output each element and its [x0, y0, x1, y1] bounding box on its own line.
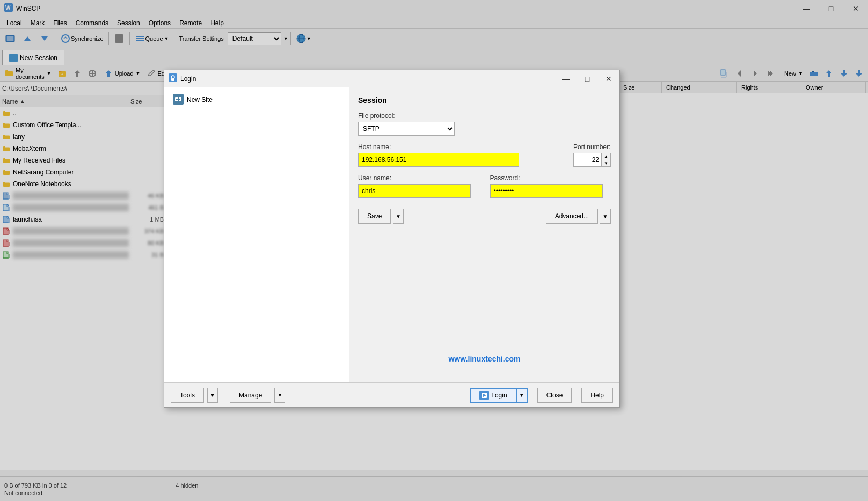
user-name-group: User name: — [358, 174, 479, 198]
file-protocol-select[interactable]: SFTP — [358, 122, 455, 136]
manage-button[interactable]: Manage — [230, 388, 271, 403]
login-icon — [479, 391, 489, 400]
dialog-title-bar: Login — □ ✕ — [164, 70, 619, 87]
host-name-input[interactable] — [358, 153, 519, 167]
file-protocol-row: File protocol: SFTP — [358, 112, 611, 136]
dialog-body: New Site Session File protocol: SFTP Hos… — [164, 87, 619, 382]
save-button[interactable]: Save — [358, 209, 391, 224]
manage-dropdown-btn[interactable]: ▼ — [274, 388, 285, 403]
dialog-title-text: Login — [180, 75, 196, 83]
dialog-close-btn[interactable]: ✕ — [598, 70, 619, 87]
advanced-dropdown-btn[interactable]: ▼ — [600, 209, 611, 224]
watermark: www.linuxtechi.com — [358, 344, 611, 374]
login-dropdown-btn[interactable]: ▼ — [517, 388, 528, 403]
password-label: Password: — [490, 174, 611, 182]
port-spinner: ▲ ▼ — [573, 153, 611, 167]
port-input[interactable] — [573, 153, 601, 167]
password-group: Password: — [490, 174, 611, 198]
host-name-group: Host name: — [358, 143, 563, 167]
dialog-title-icon — [169, 73, 177, 84]
tools-dropdown-btn[interactable]: ▼ — [207, 388, 218, 403]
port-spin-buttons: ▲ ▼ — [601, 153, 611, 167]
user-pass-row: User name: Password: — [358, 174, 611, 198]
port-spin-up[interactable]: ▲ — [602, 153, 610, 160]
login-dialog: Login — □ ✕ — [164, 70, 620, 408]
host-port-row: Host name: Port number: ▲ ▼ — [358, 143, 611, 167]
file-protocol-label: File protocol: — [358, 112, 611, 120]
tools-button[interactable]: Tools — [171, 388, 204, 403]
session-section-label: Session — [358, 96, 611, 105]
dialog-minimize-btn[interactable]: — — [555, 70, 577, 87]
dialog-right: Session File protocol: SFTP Host name: — [349, 87, 619, 382]
dialog-sidebar: New Site — [164, 87, 349, 382]
password-input[interactable] — [490, 184, 603, 198]
svg-rect-41 — [171, 79, 174, 81]
dialog-footer: Tools ▼ Manage ▼ Login ▼ Close — [164, 382, 619, 407]
port-label: Port number: — [573, 143, 611, 151]
host-name-label: Host name: — [358, 143, 563, 151]
user-name-label: User name: — [358, 174, 479, 182]
user-name-input[interactable] — [358, 184, 471, 198]
port-spin-down[interactable]: ▼ — [602, 160, 610, 167]
new-site-icon — [173, 94, 184, 106]
dialog-maximize-btn[interactable]: □ — [577, 70, 598, 87]
modal-overlay: Login — □ ✕ — [0, 0, 868, 501]
login-button[interactable]: Login — [470, 388, 516, 403]
port-group: Port number: ▲ ▼ — [573, 143, 611, 167]
login-group: Login ▼ — [470, 388, 527, 403]
dialog-title-controls: — □ ✕ — [555, 70, 619, 87]
save-dropdown-btn[interactable]: ▼ — [393, 209, 404, 224]
save-advanced-row: Save ▼ Advanced... ▼ — [358, 209, 611, 224]
dialog-new-site[interactable]: New Site — [169, 92, 345, 108]
advanced-button[interactable]: Advanced... — [546, 209, 598, 224]
help-button[interactable]: Help — [581, 388, 613, 403]
close-button[interactable]: Close — [537, 388, 572, 403]
svg-rect-45 — [178, 97, 179, 101]
